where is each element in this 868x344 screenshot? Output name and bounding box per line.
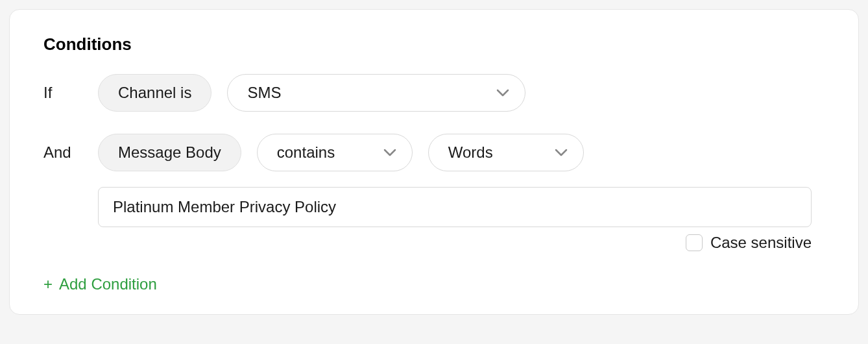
chevron-down-icon [383, 149, 396, 156]
field-pill-channel[interactable]: Channel is [98, 74, 211, 112]
conditions-card: Conditions If Channel is SMS And Message… [9, 9, 859, 315]
plus-icon: + [43, 276, 53, 292]
add-condition-button[interactable]: + Add Condition [43, 275, 157, 293]
case-sensitive-label: Case sensitive [710, 234, 812, 252]
case-sensitive-checkbox[interactable] [686, 234, 703, 251]
condition-value-input[interactable] [98, 187, 812, 227]
condition-prefix-if: If [43, 84, 82, 102]
value-select-channel-label: SMS [247, 84, 281, 102]
operator-select-label: contains [277, 143, 335, 162]
field-pill-message-body[interactable]: Message Body [98, 134, 241, 171]
match-type-select-label: Words [448, 143, 493, 162]
operator-select[interactable]: contains [257, 134, 413, 171]
section-title: Conditions [43, 34, 825, 55]
match-type-select[interactable]: Words [428, 134, 584, 171]
condition-row-1: If Channel is SMS [43, 74, 825, 112]
condition-row-2: And Message Body contains Words [43, 134, 825, 171]
value-input-row [98, 187, 825, 227]
case-sensitive-row: Case sensitive [98, 234, 812, 252]
chevron-down-icon [496, 89, 509, 97]
condition-prefix-and: And [43, 143, 82, 162]
add-condition-label: Add Condition [59, 275, 157, 293]
value-select-channel[interactable]: SMS [227, 74, 525, 112]
chevron-down-icon [555, 149, 568, 156]
